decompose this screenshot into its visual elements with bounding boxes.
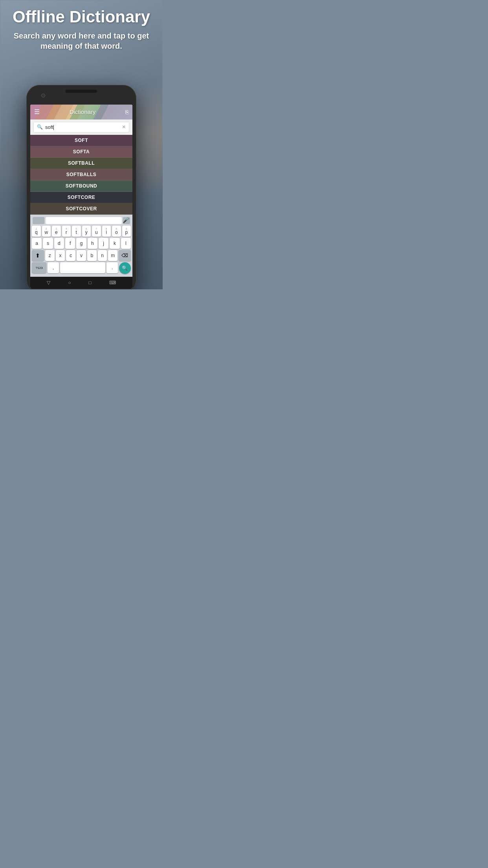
key-c[interactable]: c xyxy=(66,250,75,261)
phone-screen: ☰ Dictionary ⎘ 🔍 soft ✕ xyxy=(30,105,132,289)
clear-icon[interactable]: ✕ xyxy=(122,124,126,130)
phone-camera xyxy=(41,94,45,97)
spacer-left xyxy=(33,217,44,224)
word-text: SOFT xyxy=(75,138,88,143)
word-text: SOFTBALLS xyxy=(66,172,97,177)
mic-icon[interactable]: 🎤 xyxy=(123,217,129,223)
key-l[interactable]: l xyxy=(121,238,131,249)
list-item[interactable]: SOFTCOVER xyxy=(30,203,132,215)
list-item[interactable]: SOFTCORE xyxy=(30,192,132,203)
search-text: soft xyxy=(45,124,53,130)
key-n[interactable]: n xyxy=(98,250,107,261)
main-title: Offline Dictionary xyxy=(8,8,155,26)
period-key[interactable]: . xyxy=(106,262,118,273)
search-bar[interactable]: 🔍 soft ✕ xyxy=(33,122,129,132)
key-v[interactable]: v xyxy=(77,250,86,261)
list-item[interactable]: SOFTBOUND xyxy=(30,180,132,192)
recent-button[interactable]: □ xyxy=(88,280,91,285)
keyboard-row-4: ?123 , . 🔍 xyxy=(31,262,132,274)
key-b[interactable]: b xyxy=(87,250,97,261)
word-text: SOFTCOVER xyxy=(66,206,97,211)
key-z[interactable]: z xyxy=(45,250,55,261)
key-e[interactable]: 3e xyxy=(52,226,61,237)
key-h[interactable]: h xyxy=(88,238,97,249)
word-list: SOFT SOFTA SOFTBALL SOFTBALLS SOFTBOUND xyxy=(30,135,132,215)
keyboard-row-2: a s d f g h j k l xyxy=(31,238,132,249)
shift-key[interactable]: ⬆ xyxy=(32,250,44,261)
key-u[interactable]: 7u xyxy=(92,226,101,237)
word-text: SOFTCORE xyxy=(68,195,95,200)
key-w[interactable]: 2w xyxy=(42,226,51,237)
word-text: SOFTA xyxy=(73,149,90,154)
keyboard-row-3: ⬆ z x c v b n m ⌫ xyxy=(31,250,132,261)
search-input[interactable]: soft xyxy=(45,124,122,130)
list-item[interactable]: SOFT xyxy=(30,135,132,146)
keyboard-button[interactable]: ⌨ xyxy=(109,280,116,285)
key-a[interactable]: a xyxy=(32,238,42,249)
symbols-key[interactable]: ?123 xyxy=(32,262,46,273)
phone-mockup: ☰ Dictionary ⎘ 🔍 soft ✕ xyxy=(26,85,136,289)
keyboard[interactable]: 🎤 1q 2w 3e 4r 5t 6y 7u 8i 9o 0p a xyxy=(30,215,132,277)
list-item[interactable]: SOFTBALL xyxy=(30,158,132,169)
share-icon[interactable]: ⎘ xyxy=(125,109,128,115)
keyboard-spacer-row: 🎤 xyxy=(31,216,132,225)
sub-title: Search any word here and tap to get mean… xyxy=(8,31,155,51)
key-k[interactable]: k xyxy=(110,238,119,249)
back-button[interactable]: ▽ xyxy=(47,280,50,285)
key-j[interactable]: j xyxy=(99,238,108,249)
word-text: SOFTBOUND xyxy=(66,183,97,189)
list-item[interactable]: SOFTA xyxy=(30,146,132,158)
word-list-container: SOFT SOFTA SOFTBALL SOFTBALLS SOFTBOUND xyxy=(30,135,132,215)
space-key[interactable] xyxy=(60,262,105,273)
comma-key[interactable]: , xyxy=(48,262,59,273)
word-text: SOFTBALL xyxy=(68,160,95,166)
phone-speaker xyxy=(66,90,97,93)
home-button[interactable]: ○ xyxy=(68,280,71,285)
key-o[interactable]: 9o xyxy=(112,226,121,237)
key-r[interactable]: 4r xyxy=(62,226,71,237)
key-t[interactable]: 5t xyxy=(72,226,81,237)
bottom-nav: ▽ ○ □ ⌨ xyxy=(30,277,132,289)
app-header: ☰ Dictionary ⎘ xyxy=(30,105,132,120)
spacer-center xyxy=(46,217,122,224)
key-y[interactable]: 6y xyxy=(82,226,91,237)
key-f[interactable]: f xyxy=(65,238,75,249)
key-d[interactable]: d xyxy=(54,238,64,249)
key-p[interactable]: 0p xyxy=(122,226,131,237)
key-g[interactable]: g xyxy=(76,238,86,249)
key-x[interactable]: x xyxy=(56,250,65,261)
phone-body: ☰ Dictionary ⎘ 🔍 soft ✕ xyxy=(26,85,136,289)
key-s[interactable]: s xyxy=(43,238,53,249)
keyboard-row-1: 1q 2w 3e 4r 5t 6y 7u 8i 9o 0p xyxy=(31,226,132,237)
list-item[interactable]: SOFTBALLS xyxy=(30,169,132,180)
app-title: Dictionary xyxy=(70,108,96,115)
search-icon: 🔍 xyxy=(37,124,43,130)
menu-icon[interactable]: ☰ xyxy=(34,108,40,116)
symbols-label: ?123 xyxy=(36,266,43,270)
key-i[interactable]: 8i xyxy=(102,226,111,237)
key-q[interactable]: 1q xyxy=(32,226,41,237)
key-m[interactable]: m xyxy=(108,250,117,261)
delete-key[interactable]: ⌫ xyxy=(119,250,131,261)
top-text-area: Offline Dictionary Search any word here … xyxy=(0,0,163,51)
search-button[interactable]: 🔍 xyxy=(119,262,131,274)
cursor xyxy=(53,125,54,130)
